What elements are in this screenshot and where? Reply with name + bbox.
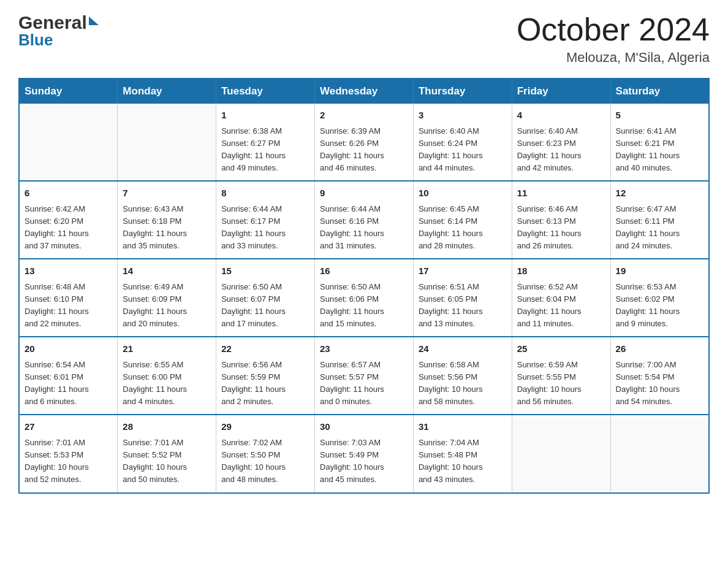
calendar-cell-w5-d5: 31Sunrise: 7:04 AMSunset: 5:48 PMDayligh… — [413, 415, 512, 492]
calendar-cell-w4-d2: 21Sunrise: 6:55 AMSunset: 6:00 PMDayligh… — [118, 337, 216, 415]
day-info: Sunrise: 7:00 AMSunset: 5:54 PMDaylight:… — [616, 359, 703, 408]
header-monday: Monday — [118, 79, 216, 104]
day-number: 19 — [616, 264, 703, 278]
day-info: Sunrise: 6:47 AMSunset: 6:11 PMDaylight:… — [616, 203, 703, 253]
day-number: 4 — [517, 109, 605, 123]
logo: General Blue — [18, 12, 99, 50]
day-info: Sunrise: 6:56 AMSunset: 5:59 PMDaylight:… — [221, 359, 309, 408]
day-info: Sunrise: 6:55 AMSunset: 6:00 PMDaylight:… — [123, 359, 211, 408]
week-row-5: 27Sunrise: 7:01 AMSunset: 5:53 PMDayligh… — [19, 415, 709, 492]
calendar-cell-w5-d6 — [512, 415, 610, 492]
day-number: 30 — [320, 420, 408, 434]
calendar-cell-w1-d5: 3Sunrise: 6:40 AMSunset: 6:24 PMDaylight… — [413, 104, 512, 181]
logo-blue-text: Blue — [18, 31, 53, 50]
day-info: Sunrise: 6:40 AMSunset: 6:23 PMDaylight:… — [517, 125, 605, 175]
location-text: Melouza, M'Sila, Algeria — [517, 50, 710, 66]
day-info: Sunrise: 7:03 AMSunset: 5:49 PMDaylight:… — [320, 437, 408, 486]
day-info: Sunrise: 6:54 AMSunset: 6:01 PMDaylight:… — [25, 359, 112, 408]
day-info: Sunrise: 6:44 AMSunset: 6:16 PMDaylight:… — [320, 203, 408, 253]
calendar-cell-w3-d3: 15Sunrise: 6:50 AMSunset: 6:07 PMDayligh… — [216, 259, 315, 337]
day-number: 15 — [221, 264, 309, 278]
day-number: 10 — [419, 186, 507, 201]
month-title: October 2024 — [517, 12, 710, 47]
day-number: 6 — [25, 186, 112, 201]
header-row: SundayMondayTuesdayWednesdayThursdayFrid… — [19, 79, 709, 104]
day-info: Sunrise: 6:46 AMSunset: 6:13 PMDaylight:… — [517, 203, 605, 253]
calendar-cell-w3-d1: 13Sunrise: 6:48 AMSunset: 6:10 PMDayligh… — [19, 259, 118, 337]
calendar-cell-w4-d4: 23Sunrise: 6:57 AMSunset: 5:57 PMDayligh… — [315, 337, 414, 415]
calendar-cell-w1-d6: 4Sunrise: 6:40 AMSunset: 6:23 PMDaylight… — [512, 104, 610, 181]
calendar-cell-w4-d1: 20Sunrise: 6:54 AMSunset: 6:01 PMDayligh… — [19, 337, 118, 415]
day-info: Sunrise: 6:57 AMSunset: 5:57 PMDaylight:… — [320, 359, 408, 408]
day-number: 12 — [616, 186, 703, 201]
day-number: 5 — [616, 109, 703, 123]
day-number: 21 — [123, 342, 211, 356]
day-number: 20 — [25, 342, 112, 356]
calendar-header: SundayMondayTuesdayWednesdayThursdayFrid… — [19, 79, 709, 104]
day-number: 26 — [616, 342, 703, 356]
day-info: Sunrise: 7:01 AMSunset: 5:53 PMDaylight:… — [25, 437, 112, 486]
day-number: 22 — [221, 342, 309, 356]
day-info: Sunrise: 6:43 AMSunset: 6:18 PMDaylight:… — [123, 203, 211, 253]
logo-general-text: General — [18, 12, 87, 33]
calendar-cell-w4-d7: 26Sunrise: 7:00 AMSunset: 5:54 PMDayligh… — [610, 337, 709, 415]
day-info: Sunrise: 6:50 AMSunset: 6:06 PMDaylight:… — [320, 281, 408, 331]
calendar-cell-w2-d5: 10Sunrise: 6:45 AMSunset: 6:14 PMDayligh… — [413, 181, 512, 259]
day-number: 3 — [419, 109, 507, 123]
day-number: 9 — [320, 186, 408, 201]
calendar-cell-w5-d7 — [610, 415, 709, 492]
day-info: Sunrise: 7:04 AMSunset: 5:48 PMDaylight:… — [419, 437, 507, 486]
day-info: Sunrise: 6:59 AMSunset: 5:55 PMDaylight:… — [517, 359, 605, 408]
calendar-cell-w1-d7: 5Sunrise: 6:41 AMSunset: 6:21 PMDaylight… — [610, 104, 709, 181]
day-info: Sunrise: 6:40 AMSunset: 6:24 PMDaylight:… — [419, 125, 507, 175]
day-number: 1 — [221, 109, 309, 123]
calendar-cell-w2-d1: 6Sunrise: 6:42 AMSunset: 6:20 PMDaylight… — [19, 181, 118, 259]
calendar-cell-w5-d4: 30Sunrise: 7:03 AMSunset: 5:49 PMDayligh… — [315, 415, 414, 492]
header-tuesday: Tuesday — [216, 79, 315, 104]
day-number: 23 — [320, 342, 408, 356]
day-info: Sunrise: 6:49 AMSunset: 6:09 PMDaylight:… — [123, 281, 211, 331]
day-info: Sunrise: 6:48 AMSunset: 6:10 PMDaylight:… — [25, 281, 112, 331]
week-row-1: 1Sunrise: 6:38 AMSunset: 6:27 PMDaylight… — [19, 104, 709, 181]
week-row-2: 6Sunrise: 6:42 AMSunset: 6:20 PMDaylight… — [19, 181, 709, 259]
calendar-cell-w4-d6: 25Sunrise: 6:59 AMSunset: 5:55 PMDayligh… — [512, 337, 610, 415]
day-number: 14 — [123, 264, 211, 278]
day-info: Sunrise: 7:01 AMSunset: 5:52 PMDaylight:… — [123, 437, 211, 486]
calendar-cell-w4-d5: 24Sunrise: 6:58 AMSunset: 5:56 PMDayligh… — [413, 337, 512, 415]
page-header: General Blue October 2024 Melouza, M'Sil… — [18, 12, 710, 66]
calendar-cell-w1-d2 — [118, 104, 216, 181]
calendar-cell-w4-d3: 22Sunrise: 6:56 AMSunset: 5:59 PMDayligh… — [216, 337, 315, 415]
day-number: 31 — [419, 420, 507, 434]
day-number: 16 — [320, 264, 408, 278]
day-info: Sunrise: 6:45 AMSunset: 6:14 PMDaylight:… — [419, 203, 507, 253]
day-info: Sunrise: 6:41 AMSunset: 6:21 PMDaylight:… — [616, 125, 703, 175]
day-info: Sunrise: 6:42 AMSunset: 6:20 PMDaylight:… — [25, 203, 112, 253]
calendar-cell-w2-d3: 8Sunrise: 6:44 AMSunset: 6:17 PMDaylight… — [216, 181, 315, 259]
header-friday: Friday — [512, 79, 610, 104]
day-info: Sunrise: 6:44 AMSunset: 6:17 PMDaylight:… — [221, 203, 309, 253]
day-number: 17 — [419, 264, 507, 278]
day-number: 8 — [221, 186, 309, 201]
day-number: 13 — [25, 264, 112, 278]
day-number: 18 — [517, 264, 605, 278]
calendar-cell-w2-d7: 12Sunrise: 6:47 AMSunset: 6:11 PMDayligh… — [610, 181, 709, 259]
day-number: 2 — [320, 109, 408, 123]
calendar-cell-w1-d4: 2Sunrise: 6:39 AMSunset: 6:26 PMDaylight… — [315, 104, 414, 181]
calendar-cell-w3-d4: 16Sunrise: 6:50 AMSunset: 6:06 PMDayligh… — [315, 259, 414, 337]
day-number: 11 — [517, 186, 605, 201]
day-info: Sunrise: 6:52 AMSunset: 6:04 PMDaylight:… — [517, 281, 605, 331]
logo-arrow-icon — [89, 17, 99, 25]
calendar-cell-w5-d2: 28Sunrise: 7:01 AMSunset: 5:52 PMDayligh… — [118, 415, 216, 492]
day-info: Sunrise: 6:53 AMSunset: 6:02 PMDaylight:… — [616, 281, 703, 331]
day-info: Sunrise: 6:38 AMSunset: 6:27 PMDaylight:… — [221, 125, 309, 175]
day-info: Sunrise: 6:39 AMSunset: 6:26 PMDaylight:… — [320, 125, 408, 175]
calendar-cell-w5-d3: 29Sunrise: 7:02 AMSunset: 5:50 PMDayligh… — [216, 415, 315, 492]
header-thursday: Thursday — [413, 79, 512, 104]
day-number: 29 — [221, 420, 309, 434]
calendar-cell-w3-d6: 18Sunrise: 6:52 AMSunset: 6:04 PMDayligh… — [512, 259, 610, 337]
header-saturday: Saturday — [610, 79, 709, 104]
day-info: Sunrise: 6:58 AMSunset: 5:56 PMDaylight:… — [419, 359, 507, 408]
calendar-cell-w3-d2: 14Sunrise: 6:49 AMSunset: 6:09 PMDayligh… — [118, 259, 216, 337]
day-number: 28 — [123, 420, 211, 434]
day-number: 7 — [123, 186, 211, 201]
